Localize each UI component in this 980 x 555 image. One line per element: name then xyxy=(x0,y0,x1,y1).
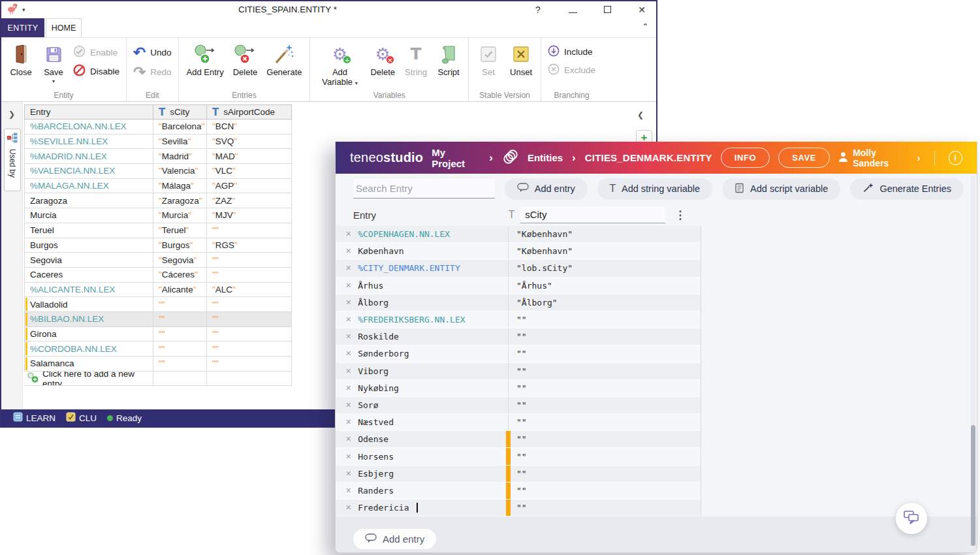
value-cell[interactable]: "København" xyxy=(509,246,573,256)
entry-cell[interactable]: ✕%CITY_DENMARK.ENTITY xyxy=(336,260,509,276)
table-row[interactable]: Valladolid"""" xyxy=(24,297,292,312)
used-by-tab[interactable]: Used by xyxy=(4,129,21,191)
add-entry-button[interactable]: Add Entry xyxy=(185,40,225,79)
entry-cell[interactable]: %MADRID.NN.LEX xyxy=(24,149,153,164)
value-cell[interactable]: "Valencia" xyxy=(153,164,207,179)
entry-cell[interactable]: ✕Sorø xyxy=(336,397,509,413)
entry-cell[interactable]: %BILBAO.NN.LEX xyxy=(24,312,153,327)
entry-cell[interactable]: ✕Randers xyxy=(336,483,509,499)
value-cell[interactable]: "" xyxy=(153,357,207,372)
entry-row[interactable]: ✕Næstved"" xyxy=(336,414,701,431)
collapse-ribbon-icon[interactable]: ⌃ xyxy=(642,22,648,31)
entry-cell[interactable]: %ALICANTE.NN.LEX xyxy=(24,283,153,298)
save-button[interactable]: Save ▾ xyxy=(40,40,67,86)
entry-row[interactable]: ✕Randers"" xyxy=(336,483,701,500)
breadcrumb-entities[interactable]: Entities xyxy=(528,152,563,163)
value-cell[interactable]: "Murcia" xyxy=(153,208,207,223)
delete-entry-icon[interactable]: ✕ xyxy=(345,349,351,358)
entry-cell[interactable]: ✕Odense xyxy=(336,431,509,447)
delete-entry-icon[interactable]: ✕ xyxy=(345,418,351,426)
entry-row[interactable]: ✕%COPENHAGEN.NN.LEX"København" xyxy=(336,226,701,243)
entry-row[interactable]: ✕Nykøbing"" xyxy=(336,380,701,397)
value-cell[interactable]: "RGS" xyxy=(207,238,292,253)
value-cell[interactable]: "" xyxy=(509,452,527,462)
entry-row[interactable]: ✕Ålborg"Ålborg" xyxy=(336,294,701,311)
value-cell[interactable]: "" xyxy=(153,312,207,327)
value-cell[interactable]: "MJV" xyxy=(207,208,292,223)
tab-home[interactable]: HOME xyxy=(46,18,82,37)
entry-cell[interactable]: ✕Horsens xyxy=(336,448,509,464)
column-header-sairportcode[interactable]: TsAirportCode xyxy=(207,104,292,119)
table-row[interactable]: %BARCELONA.NN.LEX"Barcelona""BCN" xyxy=(24,119,292,135)
value-cell[interactable]: "" xyxy=(509,417,527,427)
value-cell[interactable]: "ZAZ" xyxy=(207,193,292,208)
help-button[interactable]: ? xyxy=(533,5,543,15)
table-row[interactable]: %VALENCIA.NN.LEX"Valencia""VLC" xyxy=(24,164,292,179)
entry-cell[interactable]: %CORDOBA.NN.LEX xyxy=(24,341,153,357)
delete-entry-button[interactable]: Delete xyxy=(232,40,259,79)
value-cell[interactable]: "" xyxy=(509,332,527,341)
generate-entries-button[interactable]: Generate Entries xyxy=(850,178,964,200)
flamingo-app-icon[interactable] xyxy=(7,3,20,17)
entry-row[interactable]: ✕Horsens"" xyxy=(336,448,701,465)
expand-panel-icon[interactable]: ❯ xyxy=(1,110,22,119)
table-row[interactable]: Caceres"Cáceres""" xyxy=(24,268,292,283)
entry-cell[interactable]: %SEVILLE.NN.LEX xyxy=(24,135,153,150)
entry-cell[interactable]: ✕Nykøbing xyxy=(336,380,509,396)
value-cell[interactable]: "ALC" xyxy=(207,283,292,298)
value-cell[interactable]: "Cáceres" xyxy=(153,268,207,283)
delete-entry-icon[interactable]: ✕ xyxy=(345,332,351,341)
entry-cell[interactable]: Salamanca xyxy=(24,357,153,372)
entry-cell[interactable]: Zaragoza xyxy=(24,193,153,208)
tab-entity[interactable]: ENTITY xyxy=(1,18,44,37)
value-cell[interactable]: "AGP" xyxy=(207,179,292,194)
add-variable-button[interactable]: ⚙+ Add Variable ▾ xyxy=(317,40,362,89)
entry-cell[interactable]: Caceres xyxy=(24,268,153,283)
entry-row[interactable]: ✕København"København" xyxy=(336,243,701,260)
value-cell[interactable]: "Segovia" xyxy=(153,253,207,268)
add-string-variable-button[interactable]: T Add string variable xyxy=(597,178,712,200)
entry-cell[interactable]: Teruel xyxy=(24,223,153,238)
search-input[interactable] xyxy=(353,179,495,198)
entry-cell[interactable]: ✕Esbjerg xyxy=(336,466,509,482)
delete-variable-button[interactable]: ⚙✕ Delete xyxy=(369,40,396,79)
value-cell[interactable]: "lob.sCity" xyxy=(509,263,573,273)
value-cell[interactable]: "Ålborg" xyxy=(509,298,558,308)
entry-row[interactable]: ✕Århus"Århus" xyxy=(336,278,701,294)
value-cell[interactable]: "" xyxy=(207,297,292,312)
table-row[interactable]: %ALICANTE.NN.LEX"Alicante""ALC" xyxy=(24,283,292,298)
entry-cell[interactable]: %BARCELONA.NN.LEX xyxy=(24,119,153,135)
entry-cell[interactable]: ✕Fredericia xyxy=(336,500,509,516)
value-cell[interactable]: "" xyxy=(509,434,527,444)
value-cell[interactable]: "" xyxy=(207,223,292,238)
delete-entry-icon[interactable]: ✕ xyxy=(345,469,351,478)
unset-button[interactable]: Unset xyxy=(508,40,534,79)
entry-cell[interactable]: ✕Sønderborg xyxy=(336,345,509,362)
save-button-web[interactable]: SAVE xyxy=(778,148,830,168)
entry-row[interactable]: ✕Viborg"" xyxy=(336,363,701,380)
value-cell[interactable]: "" xyxy=(509,366,527,376)
delete-entry-icon[interactable]: ✕ xyxy=(345,264,351,272)
delete-entry-icon[interactable]: ✕ xyxy=(345,367,351,375)
entry-cell[interactable]: ✕København xyxy=(336,243,509,259)
value-cell[interactable]: "" xyxy=(509,383,527,393)
add-entry-footer-button[interactable]: Add entry xyxy=(353,529,436,549)
entry-cell[interactable]: ✕Viborg xyxy=(336,363,509,379)
entry-row[interactable]: ✕%CITY_DENMARK.ENTITY"lob.sCity" xyxy=(336,260,701,277)
value-cell[interactable]: "" xyxy=(207,312,292,327)
table-row[interactable]: %CORDOBA.NN.LEX"""" xyxy=(24,341,292,357)
delete-entry-icon[interactable]: ✕ xyxy=(345,315,351,324)
include-button[interactable]: Include xyxy=(548,45,595,59)
entry-cell[interactable]: %VALENCIA.NN.LEX xyxy=(24,164,153,179)
table-row[interactable]: Salamanca"""" xyxy=(24,357,292,372)
value-cell[interactable]: "Alicante" xyxy=(153,283,207,298)
entry-row[interactable]: ✕%FREDERIKSBERG.NN.LEX"" xyxy=(336,311,701,328)
value-cell[interactable]: "Burgos" xyxy=(153,238,207,253)
table-row[interactable]: Segovia"Segovia""" xyxy=(24,253,292,268)
value-cell[interactable]: "Sevilla" xyxy=(153,135,207,150)
scrollbar-track[interactable] xyxy=(971,176,975,548)
delete-entry-icon[interactable]: ✕ xyxy=(345,435,351,443)
value-cell[interactable]: "" xyxy=(509,315,527,325)
value-cell[interactable]: "" xyxy=(509,503,527,513)
value-cell[interactable]: "" xyxy=(509,349,527,358)
